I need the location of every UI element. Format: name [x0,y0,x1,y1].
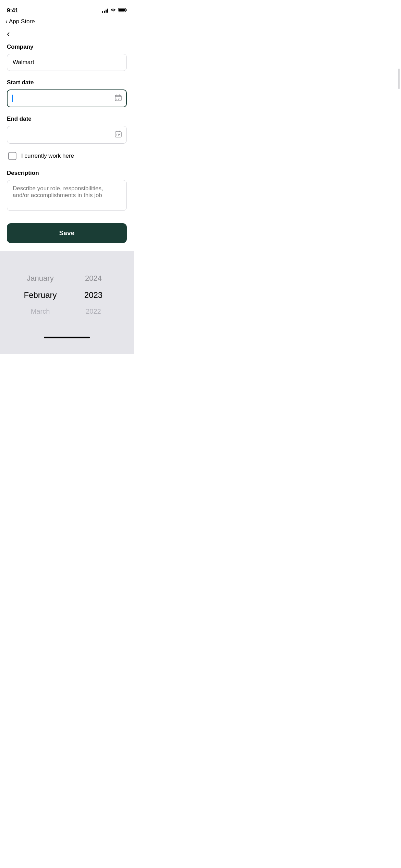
end-date-input[interactable] [7,126,127,144]
start-date-input-wrap [7,89,127,107]
company-label: Company [7,44,127,50]
year-item-2023[interactable]: 2023 [67,288,120,302]
save-button[interactable]: Save [7,223,127,243]
svg-rect-2 [119,9,125,12]
company-field-group: Company [7,44,127,71]
currently-work-here-label: I currently work here [21,153,74,159]
nav-bar: ‹ App Store [0,16,134,28]
svg-rect-1 [126,9,127,11]
battery-icon [118,8,127,14]
start-date-field-group: Start date [7,79,127,107]
status-icons [102,8,127,14]
status-bar: 9:41 [0,0,134,16]
text-cursor [12,95,13,102]
chevron-left-icon: ‹ [5,18,8,25]
app-store-back-button[interactable]: ‹ App Store [5,18,35,25]
description-input[interactable] [7,180,127,211]
picker-columns: January February March 2024 2023 2022 [0,265,134,331]
home-indicator [0,331,134,341]
year-picker-column[interactable]: 2024 2023 2022 [67,272,120,317]
company-input[interactable] [7,54,127,71]
signal-icon [102,9,108,13]
back-button-row: ‹ [0,28,134,44]
start-date-input[interactable] [7,89,127,107]
status-time: 9:41 [7,7,18,14]
start-date-label: Start date [7,79,127,86]
currently-work-here-row[interactable]: I currently work here [7,152,127,160]
form-content: Company Start date End [0,44,134,251]
description-field-group: Description [7,170,127,212]
month-picker-column[interactable]: January February March [14,272,67,317]
wifi-icon [110,8,116,14]
description-label: Description [7,170,127,177]
end-date-input-wrap [7,126,127,144]
month-item-february[interactable]: February [14,288,67,302]
year-item-2022[interactable]: 2022 [67,305,120,317]
date-picker-overlay: January February March 2024 2023 2022 [0,251,134,354]
end-date-label: End date [7,116,127,122]
home-bar [44,337,90,338]
year-item-2024[interactable]: 2024 [67,272,120,285]
month-item-march[interactable]: March [14,305,67,317]
currently-work-here-checkbox[interactable] [8,152,16,160]
end-date-field-group: End date [7,116,127,144]
month-item-january[interactable]: January [14,272,67,285]
back-button[interactable]: ‹ [7,29,10,38]
app-store-label: App Store [9,18,35,25]
